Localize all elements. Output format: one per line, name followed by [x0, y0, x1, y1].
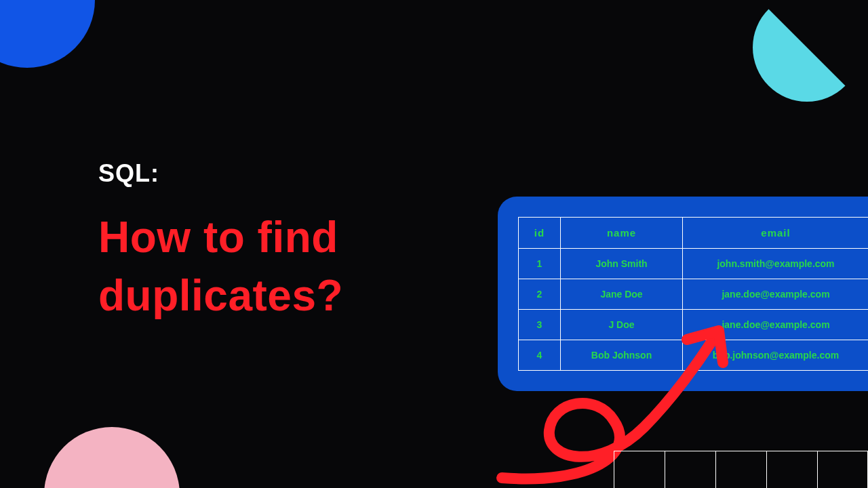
table-row: 1 John Smith john.smith@example.com: [519, 249, 869, 279]
decorative-circle-blue: [0, 0, 95, 68]
example-table-card: id name email 1 John Smith john.smith@ex…: [498, 197, 868, 391]
table-row: 4 Bob Johnson bob.johnson@example.com: [519, 340, 869, 371]
cell-email: bob.johnson@example.com: [683, 340, 869, 371]
section-label: SQL:: [98, 159, 343, 188]
cell-id: 3: [519, 310, 561, 340]
cell-email: jane.doe@example.com: [683, 310, 869, 340]
cell-id: 2: [519, 279, 561, 310]
cell-name: Jane Doe: [561, 279, 683, 310]
decorative-circle-pink: [44, 427, 180, 488]
cell-name: J Doe: [561, 310, 683, 340]
headline-line-2: duplicates?: [98, 271, 343, 320]
grid-cell: [665, 451, 715, 488]
decorative-grid: [614, 451, 868, 488]
cell-id: 1: [519, 249, 561, 279]
cell-name: Bob Johnson: [561, 340, 683, 371]
cell-email: jane.doe@example.com: [683, 279, 869, 310]
th-name: name: [561, 218, 683, 249]
grid-cell: [817, 451, 868, 488]
th-email: email: [683, 218, 869, 249]
headline-line-1: How to find: [98, 213, 338, 262]
table-header-row: id name email: [519, 218, 869, 249]
table-row: 2 Jane Doe jane.doe@example.com: [519, 279, 869, 310]
table-row: 3 J Doe jane.doe@example.com: [519, 310, 869, 340]
grid-cell: [715, 451, 766, 488]
cell-name: John Smith: [561, 249, 683, 279]
cell-id: 4: [519, 340, 561, 371]
th-id: id: [519, 218, 561, 249]
headline: How to find duplicates?: [98, 208, 343, 325]
grid-cell: [766, 451, 817, 488]
cell-email: john.smith@example.com: [683, 249, 869, 279]
grid-cell: [614, 451, 665, 488]
decorative-quarter-cyan: [753, 0, 861, 102]
example-table: id name email 1 John Smith john.smith@ex…: [518, 217, 868, 371]
main-content: SQL: How to find duplicates?: [98, 159, 343, 325]
